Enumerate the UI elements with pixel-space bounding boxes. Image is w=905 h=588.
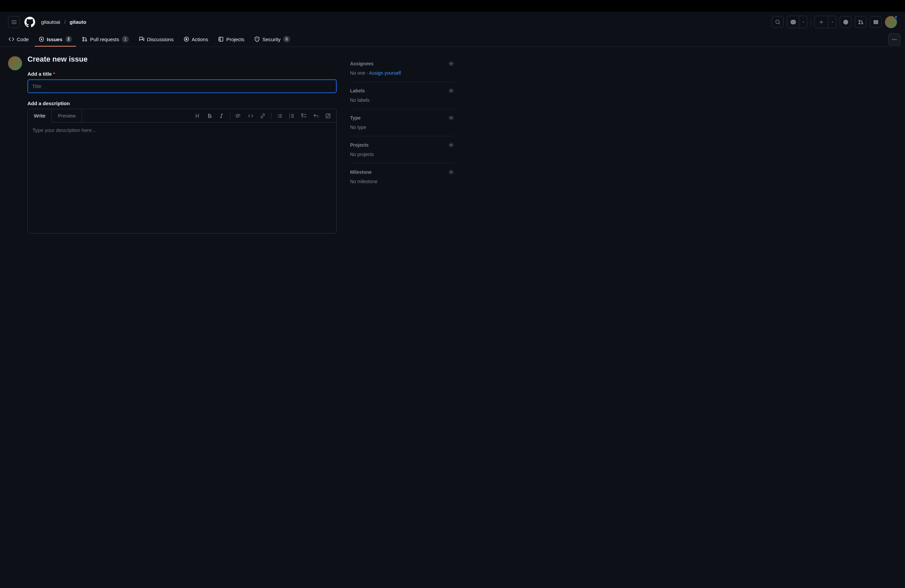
svg-point-2 [859, 20, 860, 21]
editor-tabs: Write Preview 123 [28, 109, 337, 122]
heading-button[interactable] [192, 111, 203, 121]
milestone-section: Milestone No milestone [350, 164, 454, 190]
breadcrumb-repo[interactable]: gitauto [70, 19, 86, 25]
list-unordered-icon [277, 113, 283, 119]
code-icon [248, 113, 253, 119]
code-button[interactable] [246, 111, 256, 121]
tab-issues[interactable]: Issues 2 [35, 32, 76, 46]
svg-point-26 [451, 144, 452, 146]
breadcrumb-owner[interactable]: gitautoai [41, 19, 60, 25]
page-title: Create new issue [27, 55, 337, 64]
toolbar-separator [271, 113, 272, 119]
description-textarea[interactable]: Type your description here... [28, 122, 337, 233]
user-avatar-button[interactable] [885, 16, 897, 28]
svg-point-13 [894, 39, 895, 40]
toolbar-separator [230, 113, 230, 119]
tab-label: Pull requests [90, 37, 119, 42]
type-settings-button[interactable] [448, 115, 454, 121]
fullscreen-button[interactable] [323, 111, 333, 121]
tab-discussions[interactable]: Discussions [135, 33, 178, 46]
svg-point-15 [278, 114, 278, 115]
create-dropdown-button[interactable] [828, 16, 836, 28]
assignees-title: Assignees [350, 61, 373, 66]
create-new-button[interactable] [814, 16, 828, 28]
tab-label: Issues [47, 37, 63, 42]
pull-requests-shortcut-button[interactable] [855, 16, 867, 28]
projects-title: Projects [350, 142, 368, 148]
bold-icon [207, 113, 212, 119]
svg-text:3: 3 [289, 116, 290, 119]
heading-icon [195, 113, 200, 119]
gear-icon [448, 61, 454, 66]
copilot-button-group [787, 16, 807, 28]
gear-icon [448, 115, 454, 121]
tabs-overflow-button[interactable] [888, 33, 900, 46]
unordered-list-button[interactable] [275, 111, 285, 121]
inbox-icon [873, 19, 878, 25]
description-editor: Write Preview 123 [27, 109, 337, 234]
write-tab[interactable]: Write [28, 109, 52, 122]
copilot-icon [790, 19, 796, 25]
italic-button[interactable] [216, 111, 227, 121]
github-logo-link[interactable] [24, 16, 36, 28]
header-right [772, 16, 897, 28]
project-icon [218, 37, 224, 42]
tab-security[interactable]: Security 6 [250, 32, 294, 46]
git-pull-request-icon [82, 37, 87, 42]
issue-dot-icon [843, 19, 848, 25]
bold-button[interactable] [205, 111, 214, 121]
author-avatar [8, 56, 22, 70]
svg-point-3 [859, 23, 860, 24]
hamburger-menu-button[interactable] [8, 16, 20, 28]
svg-point-27 [451, 172, 452, 173]
gear-icon [448, 142, 454, 148]
ordered-list-button[interactable]: 123 [287, 111, 297, 121]
assign-yourself-link[interactable]: Assign yourself [369, 70, 401, 76]
svg-point-7 [83, 37, 84, 38]
copilot-button[interactable] [787, 16, 799, 28]
svg-point-12 [892, 39, 893, 40]
tab-actions[interactable]: Actions [180, 33, 212, 46]
discussion-icon [139, 37, 144, 42]
search-button[interactable] [772, 16, 783, 28]
quote-icon [236, 113, 241, 119]
play-icon [184, 37, 189, 42]
projects-settings-button[interactable] [448, 142, 454, 148]
tab-pull-requests[interactable]: Pull requests 1 [78, 32, 133, 46]
copilot-dropdown-button[interactable] [799, 16, 807, 28]
form-column: Create new issue Add a title * Add a des… [8, 55, 337, 234]
hamburger-icon [11, 19, 17, 25]
tab-projects[interactable]: Projects [214, 33, 248, 46]
tab-code[interactable]: Code [5, 33, 33, 46]
svg-point-8 [83, 40, 84, 41]
svg-rect-21 [302, 114, 303, 115]
svg-point-9 [85, 40, 87, 41]
issues-shortcut-button[interactable] [840, 16, 851, 28]
type-section: Type No type [350, 109, 454, 136]
tab-label: Code [17, 37, 29, 42]
description-placeholder: Type your description here... [32, 127, 332, 133]
tab-count: 1 [122, 36, 129, 43]
tab-label: Security [262, 37, 281, 42]
tab-label: Discussions [147, 37, 174, 42]
milestone-settings-button[interactable] [448, 169, 454, 175]
link-button[interactable] [258, 111, 268, 121]
preview-tab[interactable]: Preview [52, 109, 82, 122]
gear-icon [448, 169, 454, 175]
tab-label: Projects [226, 37, 245, 42]
quote-button[interactable] [233, 111, 244, 121]
issue-icon [39, 37, 44, 42]
create-button-group [814, 16, 837, 28]
svg-point-14 [895, 39, 897, 40]
title-input[interactable] [27, 79, 337, 93]
github-logo-icon [24, 17, 35, 27]
svg-point-25 [451, 117, 452, 119]
task-list-button[interactable] [299, 111, 309, 121]
code-icon [9, 37, 14, 42]
plus-icon [819, 20, 824, 24]
chevron-down-icon [831, 21, 834, 24]
labels-settings-button[interactable] [448, 88, 454, 94]
mention-button[interactable] [311, 111, 321, 121]
assignees-settings-button[interactable] [448, 61, 454, 66]
inbox-button[interactable] [870, 16, 881, 28]
